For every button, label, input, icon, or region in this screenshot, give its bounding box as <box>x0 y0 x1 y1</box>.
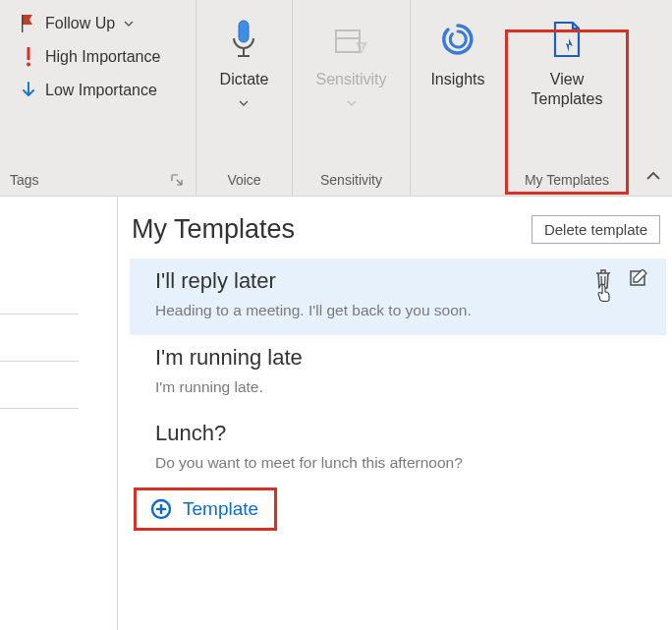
ribbon-group-insights: Insights <box>411 0 505 196</box>
low-importance-label: Low Importance <box>45 82 157 99</box>
svg-rect-3 <box>239 21 249 42</box>
delete-template-button[interactable]: Delete template <box>532 215 660 244</box>
template-body: Do you want to meet for lunch this after… <box>155 452 652 474</box>
annotation-highlight <box>505 29 629 195</box>
svg-point-2 <box>27 63 30 67</box>
svg-rect-6 <box>336 30 360 52</box>
sensitivity-icon <box>332 14 371 65</box>
low-importance-button[interactable]: Low Importance <box>20 81 157 100</box>
trash-icon[interactable] <box>593 268 613 290</box>
sidebar-entry[interactable] <box>0 332 79 362</box>
chevron-down-icon <box>123 18 135 29</box>
template-item[interactable]: I'll reply later Heading to a meeting. I… <box>130 258 666 335</box>
panel-title: My Templates <box>132 214 295 245</box>
sensitivity-label: Sensitivity <box>315 71 386 88</box>
add-template-button[interactable]: Template <box>130 487 272 531</box>
template-title: I'll reply later <box>155 268 652 294</box>
template-title: Lunch? <box>155 421 652 446</box>
dictate-label: Dictate <box>220 71 269 88</box>
chevron-down-icon <box>238 98 250 108</box>
ribbon-group-my-templates: View Templates My Templates <box>505 0 629 196</box>
ribbon-group-sensitivity: Sensitivity Sensitivity <box>293 0 411 196</box>
mic-icon <box>228 14 259 65</box>
insights-icon <box>438 14 477 65</box>
insights-label: Insights <box>430 71 484 88</box>
plus-circle-icon <box>149 497 173 521</box>
left-sidebar <box>0 197 118 630</box>
insights-button[interactable]: Insights <box>417 10 498 92</box>
tags-dialog-launcher-icon[interactable] <box>170 173 190 187</box>
ribbon: Follow Up High Importance Low Importanc <box>0 0 672 197</box>
svg-rect-1 <box>28 47 30 60</box>
templates-panel: My Templates Delete template I'll reply … <box>118 197 672 630</box>
cursor-icon <box>595 282 615 304</box>
high-importance-label: High Importance <box>45 48 160 66</box>
tags-group-label: Tags <box>10 172 39 188</box>
template-body: Heading to a meeting. I'll get back to y… <box>155 300 652 321</box>
chevron-down-icon <box>346 98 358 108</box>
follow-up-label: Follow Up <box>45 15 115 32</box>
low-importance-icon <box>20 81 37 100</box>
edit-icon[interactable] <box>629 269 648 289</box>
svg-point-8 <box>360 44 363 47</box>
template-title: I'm running late <box>155 345 652 371</box>
content-area: My Templates Delete template I'll reply … <box>0 197 672 630</box>
high-importance-icon <box>20 47 37 67</box>
sidebar-entry[interactable] <box>0 379 79 409</box>
template-item[interactable]: Lunch? Do you want to meet for lunch thi… <box>130 411 666 487</box>
template-body: I'm running late. <box>155 376 652 398</box>
add-template-label: Template <box>183 498 258 520</box>
voice-group-label: Voice <box>227 172 260 188</box>
svg-rect-0 <box>22 15 23 32</box>
high-importance-button[interactable]: High Importance <box>20 47 160 67</box>
flag-icon <box>20 14 37 33</box>
ribbon-group-voice: Dictate Voice <box>196 0 293 196</box>
sensitivity-button: Sensitivity <box>302 10 400 112</box>
dictate-button[interactable]: Dictate <box>206 10 283 112</box>
ribbon-group-tags: Follow Up High Importance Low Importanc <box>0 0 196 196</box>
follow-up-button[interactable]: Follow Up <box>20 14 135 33</box>
template-item[interactable]: I'm running late I'm running late. <box>130 335 666 412</box>
collapse-ribbon-icon[interactable] <box>644 168 662 186</box>
sensitivity-group-label: Sensitivity <box>320 172 382 188</box>
sidebar-entry[interactable] <box>0 285 79 315</box>
